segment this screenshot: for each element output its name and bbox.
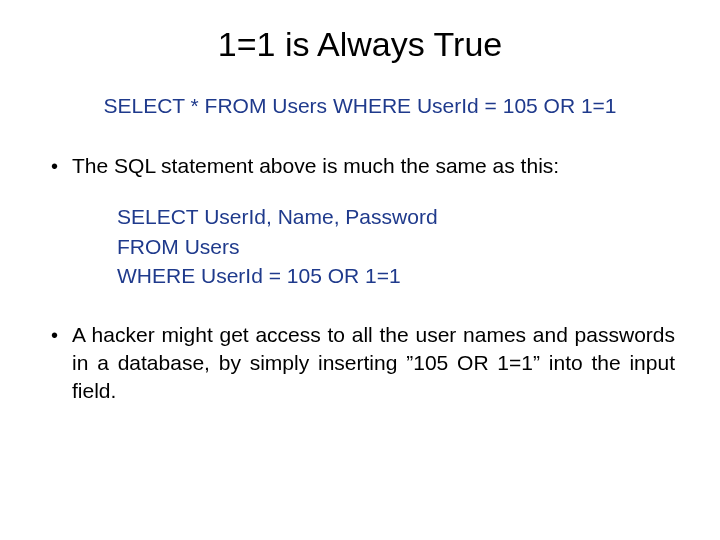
sql-inner-line-1: SELECT UserId, Name, Password (117, 202, 675, 231)
bullet-marker-icon: • (51, 152, 58, 180)
bullet-text-2: A hacker might get access to all the use… (72, 321, 675, 406)
sql-statement-main: SELECT * FROM Users WHERE UserId = 105 O… (45, 94, 675, 118)
bullet-marker-icon: • (51, 321, 58, 349)
sql-inner-line-2: FROM Users (117, 232, 675, 261)
sql-statement-inner: SELECT UserId, Name, Password FROM Users… (117, 202, 675, 290)
bullet-text-1: The SQL statement above is much the same… (72, 152, 675, 180)
bullet-item-2: • A hacker might get access to all the u… (45, 321, 675, 406)
sql-inner-line-3: WHERE UserId = 105 OR 1=1 (117, 261, 675, 290)
bullet-item-1: • The SQL statement above is much the sa… (45, 152, 675, 180)
slide-title: 1=1 is Always True (45, 25, 675, 64)
